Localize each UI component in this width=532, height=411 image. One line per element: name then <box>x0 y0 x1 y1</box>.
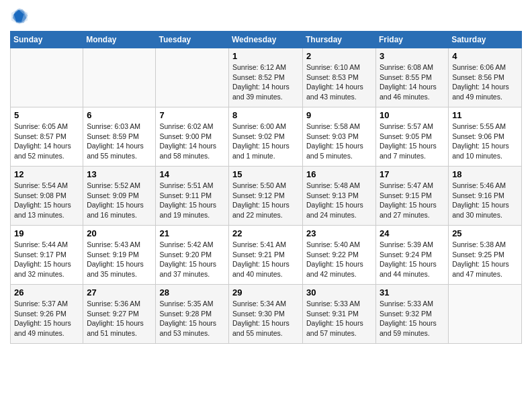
calendar-cell: 27Sunrise: 5:36 AM Sunset: 9:27 PM Dayli… <box>83 285 156 344</box>
calendar-cell: 23Sunrise: 5:40 AM Sunset: 9:22 PM Dayli… <box>303 226 376 285</box>
day-number: 29 <box>232 287 299 298</box>
day-info: Sunrise: 6:03 AM Sunset: 8:59 PM Dayligh… <box>87 122 152 161</box>
calendar-cell: 22Sunrise: 5:41 AM Sunset: 9:21 PM Dayli… <box>229 226 303 285</box>
day-number: 30 <box>306 287 372 298</box>
day-header-wednesday: Wednesday <box>229 32 303 48</box>
calendar-cell: 26Sunrise: 5:37 AM Sunset: 9:26 PM Dayli… <box>11 285 83 344</box>
day-info: Sunrise: 5:35 AM Sunset: 9:28 PM Dayligh… <box>159 299 225 338</box>
day-number: 8 <box>232 110 299 120</box>
week-row-1: 1Sunrise: 6:12 AM Sunset: 8:52 PM Daylig… <box>11 48 522 107</box>
day-info: Sunrise: 6:12 AM Sunset: 8:52 PM Dayligh… <box>232 62 299 102</box>
day-info: Sunrise: 6:06 AM Sunset: 8:56 PM Dayligh… <box>452 62 518 102</box>
logo-icon <box>10 7 29 26</box>
day-number: 26 <box>14 287 79 298</box>
day-number: 25 <box>452 228 518 238</box>
calendar-cell: 9Sunrise: 5:58 AM Sunset: 9:03 PM Daylig… <box>303 107 376 167</box>
calendar-table: SundayMondayTuesdayWednesdayThursdayFrid… <box>10 31 522 344</box>
day-info: Sunrise: 5:50 AM Sunset: 9:12 PM Dayligh… <box>232 181 299 220</box>
day-number: 16 <box>306 169 372 179</box>
day-info: Sunrise: 5:54 AM Sunset: 9:08 PM Dayligh… <box>14 181 79 220</box>
day-header-friday: Friday <box>376 32 449 48</box>
calendar-cell <box>83 48 156 107</box>
day-info: Sunrise: 5:37 AM Sunset: 9:26 PM Dayligh… <box>14 299 79 338</box>
calendar-cell: 25Sunrise: 5:38 AM Sunset: 9:25 PM Dayli… <box>449 226 522 285</box>
calendar-header-row: SundayMondayTuesdayWednesdayThursdayFrid… <box>11 32 522 48</box>
day-info: Sunrise: 5:58 AM Sunset: 9:03 PM Dayligh… <box>306 122 372 161</box>
day-info: Sunrise: 5:46 AM Sunset: 9:16 PM Dayligh… <box>452 181 518 220</box>
day-info: Sunrise: 6:02 AM Sunset: 9:00 PM Dayligh… <box>159 122 225 161</box>
day-info: Sunrise: 5:40 AM Sunset: 9:22 PM Dayligh… <box>306 240 372 279</box>
week-row-4: 19Sunrise: 5:44 AM Sunset: 9:17 PM Dayli… <box>11 226 522 285</box>
day-number: 21 <box>159 228 225 238</box>
day-info: Sunrise: 5:41 AM Sunset: 9:21 PM Dayligh… <box>232 240 299 279</box>
day-number: 9 <box>306 110 372 120</box>
day-header-tuesday: Tuesday <box>156 32 229 48</box>
calendar-cell: 17Sunrise: 5:47 AM Sunset: 9:15 PM Dayli… <box>376 167 449 226</box>
day-info: Sunrise: 6:08 AM Sunset: 8:55 PM Dayligh… <box>380 62 445 102</box>
day-header-monday: Monday <box>83 32 156 48</box>
day-info: Sunrise: 6:05 AM Sunset: 8:57 PM Dayligh… <box>14 122 79 161</box>
day-number: 19 <box>14 228 79 238</box>
day-info: Sunrise: 5:34 AM Sunset: 9:30 PM Dayligh… <box>232 299 299 338</box>
day-number: 1 <box>232 51 299 61</box>
calendar-cell: 6Sunrise: 6:03 AM Sunset: 8:59 PM Daylig… <box>83 107 156 167</box>
calendar-cell: 30Sunrise: 5:33 AM Sunset: 9:31 PM Dayli… <box>303 285 376 344</box>
calendar-cell: 2Sunrise: 6:10 AM Sunset: 8:53 PM Daylig… <box>303 48 376 107</box>
calendar-cell: 31Sunrise: 5:33 AM Sunset: 9:32 PM Dayli… <box>376 285 449 344</box>
day-number: 15 <box>232 169 299 179</box>
calendar-cell: 4Sunrise: 6:06 AM Sunset: 8:56 PM Daylig… <box>449 48 522 107</box>
day-number: 27 <box>87 287 152 298</box>
day-number: 6 <box>87 110 152 120</box>
day-info: Sunrise: 5:43 AM Sunset: 9:19 PM Dayligh… <box>87 240 152 279</box>
logo <box>10 7 32 26</box>
day-info: Sunrise: 6:00 AM Sunset: 9:02 PM Dayligh… <box>232 122 299 161</box>
day-info: Sunrise: 5:48 AM Sunset: 9:13 PM Dayligh… <box>306 181 372 220</box>
calendar-cell <box>449 285 522 344</box>
day-number: 17 <box>380 169 445 179</box>
day-info: Sunrise: 5:44 AM Sunset: 9:17 PM Dayligh… <box>14 240 79 279</box>
calendar-cell: 11Sunrise: 5:55 AM Sunset: 9:06 PM Dayli… <box>449 107 522 167</box>
day-number: 28 <box>159 287 225 298</box>
calendar-cell: 15Sunrise: 5:50 AM Sunset: 9:12 PM Dayli… <box>229 167 303 226</box>
calendar-cell: 24Sunrise: 5:39 AM Sunset: 9:24 PM Dayli… <box>376 226 449 285</box>
calendar-cell: 10Sunrise: 5:57 AM Sunset: 9:05 PM Dayli… <box>376 107 449 167</box>
calendar-cell: 8Sunrise: 6:00 AM Sunset: 9:02 PM Daylig… <box>229 107 303 167</box>
day-info: Sunrise: 5:52 AM Sunset: 9:09 PM Dayligh… <box>87 181 152 220</box>
calendar-cell: 21Sunrise: 5:42 AM Sunset: 9:20 PM Dayli… <box>156 226 229 285</box>
day-number: 5 <box>14 110 79 120</box>
calendar-cell: 13Sunrise: 5:52 AM Sunset: 9:09 PM Dayli… <box>83 167 156 226</box>
day-info: Sunrise: 5:55 AM Sunset: 9:06 PM Dayligh… <box>452 122 518 161</box>
day-info: Sunrise: 5:47 AM Sunset: 9:15 PM Dayligh… <box>380 181 445 220</box>
calendar-cell: 28Sunrise: 5:35 AM Sunset: 9:28 PM Dayli… <box>156 285 229 344</box>
day-number: 3 <box>380 51 445 61</box>
week-row-5: 26Sunrise: 5:37 AM Sunset: 9:26 PM Dayli… <box>11 285 522 344</box>
day-info: Sunrise: 5:38 AM Sunset: 9:25 PM Dayligh… <box>452 240 518 279</box>
calendar-cell: 18Sunrise: 5:46 AM Sunset: 9:16 PM Dayli… <box>449 167 522 226</box>
day-info: Sunrise: 5:57 AM Sunset: 9:05 PM Dayligh… <box>380 122 445 161</box>
day-number: 7 <box>159 110 225 120</box>
day-number: 20 <box>87 228 152 238</box>
day-number: 22 <box>232 228 299 238</box>
day-number: 12 <box>14 169 79 179</box>
calendar-cell: 19Sunrise: 5:44 AM Sunset: 9:17 PM Dayli… <box>11 226 83 285</box>
day-number: 4 <box>452 51 518 61</box>
calendar-cell: 29Sunrise: 5:34 AM Sunset: 9:30 PM Dayli… <box>229 285 303 344</box>
day-number: 10 <box>380 110 445 120</box>
day-info: Sunrise: 5:51 AM Sunset: 9:11 PM Dayligh… <box>159 181 225 220</box>
calendar-cell: 3Sunrise: 6:08 AM Sunset: 8:55 PM Daylig… <box>376 48 449 107</box>
day-info: Sunrise: 5:33 AM Sunset: 9:32 PM Dayligh… <box>380 299 445 338</box>
day-number: 18 <box>452 169 518 179</box>
day-info: Sunrise: 5:36 AM Sunset: 9:27 PM Dayligh… <box>87 299 152 338</box>
day-number: 24 <box>380 228 445 238</box>
calendar-cell <box>156 48 229 107</box>
day-info: Sunrise: 5:33 AM Sunset: 9:31 PM Dayligh… <box>306 299 372 338</box>
day-info: Sunrise: 6:10 AM Sunset: 8:53 PM Dayligh… <box>306 62 372 102</box>
calendar-cell: 14Sunrise: 5:51 AM Sunset: 9:11 PM Dayli… <box>156 167 229 226</box>
day-header-sunday: Sunday <box>11 32 83 48</box>
day-header-thursday: Thursday <box>303 32 376 48</box>
calendar-cell: 7Sunrise: 6:02 AM Sunset: 9:00 PM Daylig… <box>156 107 229 167</box>
calendar-cell: 12Sunrise: 5:54 AM Sunset: 9:08 PM Dayli… <box>11 167 83 226</box>
day-number: 31 <box>380 287 445 298</box>
calendar-cell: 16Sunrise: 5:48 AM Sunset: 9:13 PM Dayli… <box>303 167 376 226</box>
calendar-cell: 1Sunrise: 6:12 AM Sunset: 8:52 PM Daylig… <box>229 48 303 107</box>
